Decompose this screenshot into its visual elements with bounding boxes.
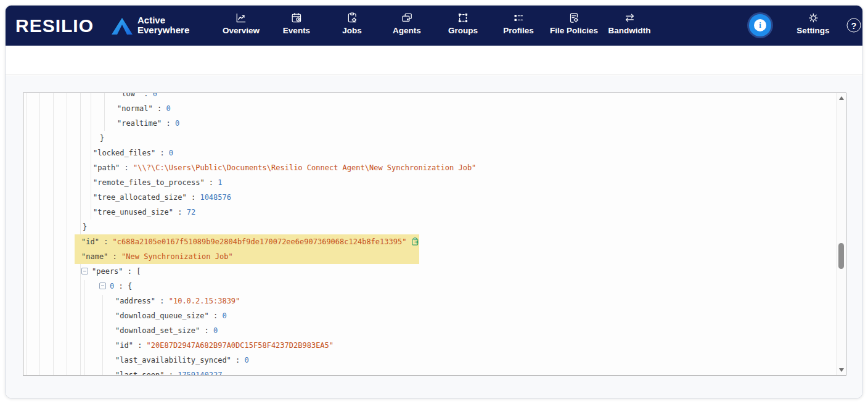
json-row: "name" : "New Synchronization Job": [23, 249, 836, 264]
nav-item-bandwidth[interactable]: Bandwidth: [608, 6, 651, 46]
agents-devices-icon: [401, 12, 413, 24]
json-value: "\\?\C:\Users\Public\Documents\Resilio C…: [133, 163, 476, 172]
active-everywhere-logo-icon: [112, 18, 133, 37]
json-key: "tree_allocated_size": [93, 193, 187, 202]
nav-item-jobs[interactable]: Jobs: [342, 6, 362, 46]
nav-item-agents[interactable]: Agents: [393, 6, 421, 46]
jobs-clipboard-icon: [346, 12, 358, 24]
json-value: 0: [166, 104, 170, 113]
json-value: 0: [245, 356, 249, 365]
json-key: "low": [117, 93, 139, 98]
json-value: 0: [213, 326, 218, 335]
info-icon: i: [754, 19, 766, 31]
json-key: "last_availability_synced": [115, 356, 231, 365]
json-separator: :: [231, 356, 245, 365]
nav-label: Groups: [448, 26, 478, 35]
nav-item-events[interactable]: Events: [283, 6, 310, 46]
scroll-down-button[interactable]: [837, 365, 846, 375]
settings-gear-icon: [807, 12, 819, 24]
json-key: "realtime": [117, 119, 162, 128]
scrollbar-thumb[interactable]: [838, 243, 844, 269]
json-value: "New Synchronization Job": [121, 252, 233, 261]
json-key: "path": [93, 163, 120, 172]
json-key: "download_set_size": [115, 326, 200, 335]
json-separator: :: [120, 163, 133, 172]
json-separator: :: [209, 311, 223, 320]
json-row: "id" : "c688a2105e0167f51089b9e2804bf9de…: [23, 234, 836, 249]
nav-label: Events: [283, 26, 310, 35]
nav-item-profiles[interactable]: Profiles: [503, 6, 534, 46]
json-value: 0: [222, 311, 226, 320]
scrollbar[interactable]: [836, 93, 846, 375]
json-rows: "low" : 0"normal" : 0"realtime" : 0}"loc…: [23, 93, 836, 375]
json-key: "normal": [117, 104, 153, 113]
json-separator: :: [155, 149, 169, 157]
nav-item-overview[interactable]: Overview: [223, 6, 260, 46]
resilio-logo[interactable]: RESILIO: [15, 6, 94, 46]
json-row: "peers" : [: [23, 264, 836, 279]
toolbar-strip: [6, 46, 862, 75]
json-key: "name": [81, 252, 108, 261]
json-separator: :: [164, 371, 178, 375]
json-row: "tree_unused_size" : 72: [23, 205, 836, 220]
json-row: "download_set_size" : 0: [23, 323, 836, 338]
json-value: }: [100, 134, 104, 142]
info-button[interactable]: i: [749, 14, 771, 36]
scroll-up-arrow-icon: [839, 96, 844, 100]
json-row: "download_queue_size" : 0: [23, 308, 836, 323]
json-row: }: [23, 220, 836, 234]
json-value: 0: [175, 119, 179, 128]
bandwidth-arrows-icon: [623, 12, 636, 24]
json-value: {: [128, 282, 132, 291]
json-row: "id" : "20E87D2947A682B97A0DC15F58F4237D…: [23, 338, 836, 353]
json-separator: :: [205, 178, 218, 187]
nav-label: Agents: [393, 26, 421, 35]
json-separator: :: [200, 326, 213, 335]
active-everywhere-label: Active Everywhere: [137, 15, 189, 35]
json-separator: :: [139, 93, 153, 98]
json-row: "last_availability_synced" : 0: [23, 353, 836, 368]
json-key: "id": [115, 341, 133, 350]
json-tree: "low" : 0"normal" : 0"realtime" : 0}"loc…: [23, 93, 836, 375]
json-separator: :: [99, 237, 113, 246]
json-separator: :: [123, 267, 137, 276]
json-separator: :: [173, 208, 187, 216]
collapse-toggle-icon[interactable]: [81, 268, 88, 274]
nav-item-settings[interactable]: Settings: [796, 6, 829, 46]
events-calendar-icon: [290, 12, 303, 24]
nav-item-file-policies[interactable]: File Policies: [550, 6, 598, 46]
overview-chart-icon: [235, 12, 247, 24]
json-row: 0 : {: [23, 279, 836, 294]
help-button[interactable]: ?: [847, 19, 861, 33]
nav-label: File Policies: [550, 26, 598, 35]
scroll-up-button[interactable]: [837, 93, 846, 103]
json-separator: :: [133, 341, 147, 350]
json-separator: :: [155, 297, 169, 305]
json-separator: :: [162, 119, 175, 128]
json-key: "id": [81, 237, 99, 246]
json-value: 1048576: [200, 193, 231, 202]
groups-selection-icon: [457, 12, 469, 24]
json-key: "tree_unused_size": [93, 208, 173, 216]
nav-label: Bandwidth: [608, 26, 651, 35]
json-row: "locked_files" : 0: [23, 146, 836, 160]
nav-item-groups[interactable]: Groups: [448, 6, 478, 46]
top-navigation-bar: RESILIO Active Everywhere: [6, 6, 862, 46]
json-value: 72: [187, 208, 195, 216]
json-value: 0: [169, 149, 173, 157]
collapse-toggle-icon[interactable]: [99, 282, 106, 289]
json-key: "peers": [92, 267, 123, 276]
json-separator: :: [114, 282, 128, 291]
main-content: "low" : 0"normal" : 0"realtime" : 0}"loc…: [6, 76, 862, 398]
json-value: [: [136, 267, 141, 276]
json-row: "low" : 0: [23, 93, 836, 101]
json-row: }: [23, 131, 836, 146]
json-key: "last_seen": [115, 371, 164, 375]
json-row: "path" : "\\?\C:\Users\Public\Documents\…: [23, 160, 836, 175]
json-value: "10.0.2.15:3839": [169, 297, 240, 305]
json-row: "remote_files_to_process" : 1: [23, 175, 836, 190]
profiles-list-icon: [512, 12, 525, 24]
app-window: RESILIO Active Everywhere: [5, 5, 863, 398]
json-key: "locked_files": [93, 149, 155, 157]
json-row: "last_seen" : 1759140227: [23, 368, 836, 375]
